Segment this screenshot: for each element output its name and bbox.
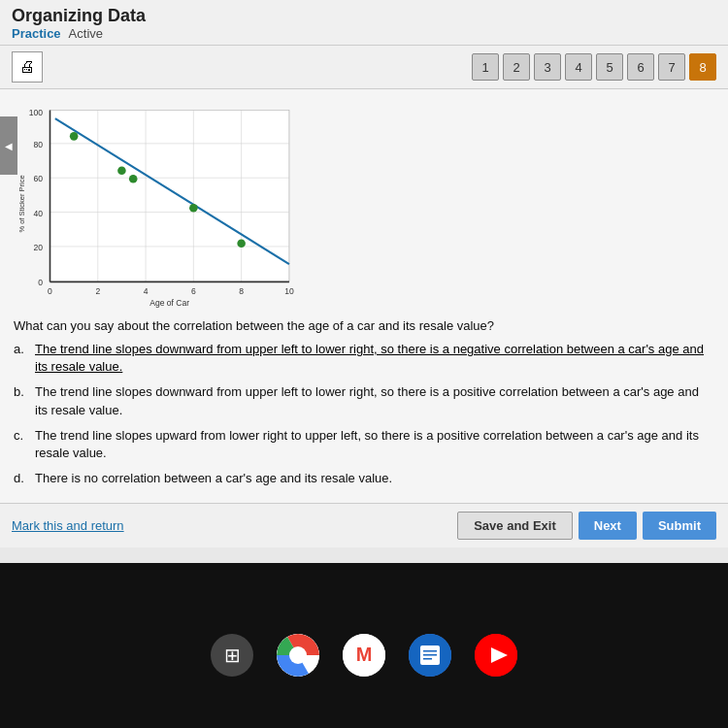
page-title: Organizing Data (12, 6, 716, 26)
svg-rect-0 (50, 111, 289, 282)
header: Organizing Data Practice Active (0, 0, 728, 46)
q-num-2[interactable]: 2 (503, 53, 530, 81)
toolbar: 🖨 1 2 3 4 5 6 7 8 (0, 46, 728, 89)
svg-point-27 (70, 132, 79, 141)
svg-text:60: 60 (33, 175, 43, 184)
chrome-icon[interactable] (277, 634, 319, 677)
option-c-text: The trend line slopes upward from lower … (35, 427, 714, 462)
svg-point-28 (117, 166, 126, 175)
apps-icon[interactable]: ⊞ (211, 634, 253, 677)
chart-area: 0 20 40 60 80 100 0 2 4 6 8 10 % of Stic… (14, 97, 714, 311)
option-a-text: The trend line slopes downward from uppe… (35, 341, 714, 376)
svg-rect-40 (423, 658, 432, 660)
question-text: What can you say about the correlation b… (14, 318, 714, 333)
svg-text:6: 6 (191, 286, 196, 296)
svg-text:10: 10 (284, 286, 294, 296)
option-c-letter: c. (14, 427, 29, 462)
q-num-1[interactable]: 1 (472, 53, 499, 81)
svg-point-33 (289, 646, 307, 664)
active-status: Active (69, 26, 103, 41)
answer-option-d[interactable]: d. There is no correlation between a car… (14, 470, 714, 487)
next-button[interactable]: Next (579, 512, 637, 540)
q-num-6[interactable]: 6 (627, 53, 654, 81)
question-number-bar: 1 2 3 4 5 6 7 8 (472, 53, 716, 81)
svg-text:% of Sticker Price: % of Sticker Price (17, 175, 26, 232)
svg-text:8: 8 (239, 286, 244, 296)
q-num-5[interactable]: 5 (596, 53, 623, 81)
svg-text:2: 2 (95, 286, 100, 296)
q-num-7[interactable]: 7 (658, 53, 685, 81)
content-area: 0 20 40 60 80 100 0 2 4 6 8 10 % of Stic… (0, 89, 728, 503)
svg-point-30 (189, 204, 198, 213)
svg-rect-38 (423, 650, 437, 652)
submit-button[interactable]: Submit (643, 512, 716, 540)
youtube-icon[interactable] (475, 634, 517, 677)
gmail-icon[interactable]: M (343, 634, 385, 677)
q-num-4[interactable]: 4 (565, 53, 592, 81)
taskbar: ⊞ M (0, 563, 728, 728)
option-d-letter: d. (14, 470, 29, 487)
svg-text:20: 20 (33, 243, 43, 252)
print-button[interactable]: 🖨 (12, 51, 43, 83)
svg-text:0: 0 (38, 278, 43, 287)
svg-text:80: 80 (33, 140, 43, 149)
option-a-letter: a. (14, 341, 29, 376)
side-tab: ◀ (0, 116, 17, 175)
option-d-text: There is no correlation between a car's … (35, 470, 392, 487)
answer-option-a[interactable]: a. The trend line slopes downward from u… (14, 341, 714, 376)
practice-label: Practice (12, 26, 61, 41)
mark-return-link[interactable]: Mark this and return (12, 518, 124, 533)
q-num-8[interactable]: 8 (689, 53, 716, 81)
q-num-3[interactable]: 3 (534, 53, 561, 81)
docs-icon[interactable] (409, 634, 451, 677)
svg-text:Age of Car: Age of Car (149, 298, 189, 308)
option-b-letter: b. (14, 383, 29, 418)
svg-text:40: 40 (33, 209, 43, 218)
answer-option-c[interactable]: c. The trend line slopes upward from low… (14, 427, 714, 462)
option-b-text: The trend line slopes downward from uppe… (35, 383, 714, 418)
svg-text:100: 100 (29, 108, 44, 117)
svg-point-29 (129, 175, 138, 183)
footer-buttons: Save and Exit Next Submit (457, 512, 716, 540)
footer: Mark this and return Save and Exit Next … (0, 503, 728, 547)
scatter-chart: 0 20 40 60 80 100 0 2 4 6 8 10 % of Stic… (14, 97, 305, 311)
answer-option-b[interactable]: b. The trend line slopes downward from u… (14, 383, 714, 418)
save-exit-button[interactable]: Save and Exit (457, 512, 573, 540)
svg-text:4: 4 (144, 286, 149, 296)
svg-text:0: 0 (48, 286, 52, 296)
svg-rect-39 (423, 654, 437, 656)
svg-point-31 (237, 239, 246, 248)
svg-text:M: M (356, 644, 373, 665)
